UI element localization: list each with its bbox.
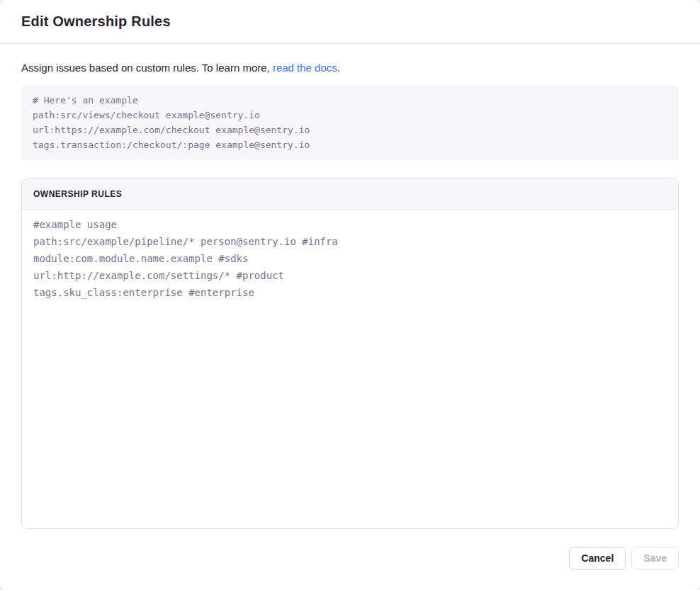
ownership-rules-panel-header: OWNERSHIP RULES (22, 179, 678, 210)
cancel-button[interactable]: Cancel (569, 547, 626, 569)
example-code: # Here's an example path:src/views/check… (33, 95, 310, 150)
modal-title: Edit Ownership Rules (21, 13, 171, 30)
edit-ownership-rules-modal: Edit Ownership Rules Assign issues based… (0, 0, 700, 590)
description: Assign issues based on custom rules. To … (21, 61, 679, 75)
save-button[interactable]: Save (631, 547, 679, 569)
example-code-block: # Here's an example path:src/views/check… (21, 85, 679, 160)
modal-body: Assign issues based on custom rules. To … (0, 44, 700, 590)
description-text: Assign issues based on custom rules. To … (21, 62, 273, 74)
read-the-docs-link[interactable]: read the docs (273, 62, 337, 74)
ownership-rules-textarea[interactable] (22, 210, 678, 528)
ownership-rules-panel-title: OWNERSHIP RULES (33, 189, 122, 199)
modal-footer: Cancel Save (21, 547, 679, 569)
ownership-rules-panel: OWNERSHIP RULES (21, 178, 679, 529)
modal-header: Edit Ownership Rules (0, 0, 700, 44)
description-suffix: . (337, 62, 340, 74)
